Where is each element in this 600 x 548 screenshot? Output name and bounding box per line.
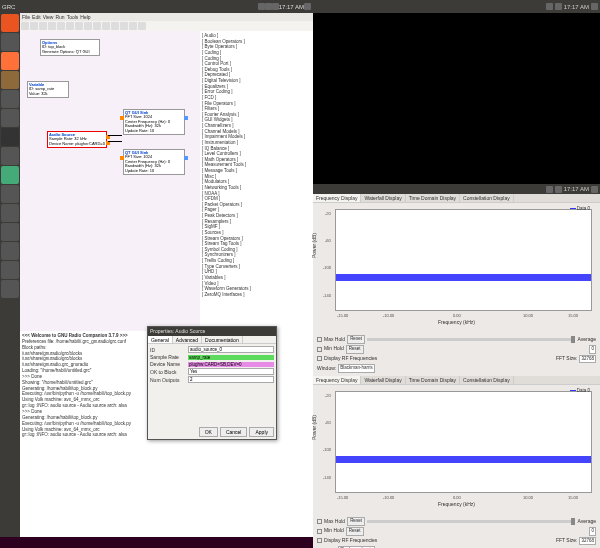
tab-const[interactable]: Constellation Display [460,376,514,384]
files-icon[interactable] [1,33,19,51]
input-port[interactable] [120,116,124,120]
sound-icon[interactable] [555,186,562,193]
menu-file[interactable]: File [22,14,30,20]
apply-button[interactable]: Apply [249,427,274,437]
minhold-checkbox[interactable] [317,529,322,534]
window-combo[interactable]: Blackman-harris [338,364,375,373]
maxhold-checkbox[interactable] [317,337,322,342]
trash-icon[interactable] [1,280,19,298]
msg-port[interactable] [184,116,188,120]
connection[interactable] [108,141,122,142]
app5-icon[interactable] [1,242,19,260]
find-icon[interactable] [138,22,146,30]
network-icon[interactable] [546,186,553,193]
network-icon[interactable] [258,3,265,10]
menu-edit[interactable]: Edit [32,14,41,20]
black-window[interactable] [313,13,600,184]
block-audio-source[interactable]: Audio Source Sample Rate: 32 kHz Device … [47,131,107,148]
input-port[interactable] [120,156,124,160]
reset-button[interactable]: Reset [347,517,365,526]
tab-waterfall[interactable]: Waterfall Display [361,376,405,384]
devicename-field[interactable]: plughw:CARD=SB,DEV=0 [188,362,274,367]
clock[interactable]: 17:17 AM [279,4,304,10]
fft-plot-1[interactable]: Power (dB) Data 0 Frequency (kHz) -15.00… [313,203,600,333]
tab-const[interactable]: Constellation Display [460,194,514,202]
tab-freq[interactable]: Frequency Display [313,376,361,384]
dialog-title[interactable]: Properties: Audio Source [148,327,276,336]
tab-freq[interactable]: Frequency Display [313,194,361,202]
category-item[interactable]: [ ZeroMQ Interfaces ] [202,292,311,298]
undo-icon[interactable] [84,22,92,30]
menu-run[interactable]: Run [55,14,64,20]
samplerate-field[interactable]: samp_rate [188,355,274,360]
software-icon[interactable] [1,90,19,108]
sound-icon[interactable] [555,3,562,10]
terminal-icon[interactable] [1,128,19,146]
menu-tools[interactable]: Tools [67,14,79,20]
avg-slider[interactable] [367,520,576,523]
tab-advanced[interactable]: Advanced [173,336,202,343]
gear-icon[interactable] [591,3,598,10]
tab-general[interactable]: General [148,336,173,343]
settings-icon[interactable] [1,109,19,127]
reset-button[interactable]: Reset [346,345,364,354]
kill-icon[interactable] [120,22,128,30]
avg-slider[interactable] [367,338,576,341]
save-icon[interactable] [39,22,47,30]
msg-port[interactable] [184,156,188,160]
oktoblock-field[interactable]: Yes [188,368,274,375]
battery-icon[interactable] [272,3,279,10]
firefox-icon[interactable] [1,52,19,70]
reset-button[interactable]: Reset [346,527,364,536]
new-icon[interactable] [21,22,29,30]
fft-size-combo[interactable]: 32768 [579,355,596,364]
numoutputs-field[interactable]: 2 [188,376,274,383]
block-qt-sink-2[interactable]: QT GUI Sink FFT Size: 1024 Center Freque… [123,149,185,175]
menu-help[interactable]: Help [80,14,90,20]
clock3[interactable]: 17:17 AM [564,186,589,192]
reload-icon[interactable] [129,22,137,30]
clock2[interactable]: 17:17 AM [564,4,589,10]
avg-combo[interactable]: 0 [589,527,596,536]
sound-icon[interactable] [265,3,272,10]
fft-size-combo[interactable]: 32768 [579,537,596,546]
avg-combo[interactable]: 0 [589,345,596,354]
fft-plot-2[interactable]: Power (dB) Data 0 Frequency (kHz) -15.00… [313,385,600,515]
execute-icon[interactable] [111,22,119,30]
network-icon[interactable] [546,3,553,10]
tab-waterfall[interactable]: Waterfall Display [361,194,405,202]
reset-button[interactable]: Reset [347,335,365,344]
open-icon[interactable] [30,22,38,30]
disprf-checkbox[interactable] [317,538,322,543]
tab-time[interactable]: Time Domain Display [406,194,460,202]
cut-icon[interactable] [57,22,65,30]
app4-icon[interactable] [1,223,19,241]
plot-area[interactable] [335,209,592,311]
ok-button[interactable]: OK [199,427,218,437]
cancel-button[interactable]: Cancel [220,427,248,437]
connection[interactable] [108,135,122,136]
gear-icon[interactable] [591,186,598,193]
app2-icon[interactable] [1,185,19,203]
folder-icon[interactable] [1,71,19,89]
grc-icon[interactable] [1,166,19,184]
menu-view[interactable]: View [43,14,54,20]
block-options[interactable]: Options ID: top_block Generate Options: … [40,39,100,56]
properties-dialog[interactable]: Properties: Audio Source General Advance… [147,326,277,440]
generate-icon[interactable] [102,22,110,30]
app-icon[interactable] [1,147,19,165]
disprf-checkbox[interactable] [317,356,322,361]
block-variable[interactable]: Variable ID: samp_rate Value: 32k [27,81,69,98]
tab-time[interactable]: Time Domain Display [406,376,460,384]
flowgraph-canvas[interactable]: Options ID: top_block Generate Options: … [20,31,200,331]
id-field[interactable]: audio_source_0 [188,346,274,353]
block-qt-sink-1[interactable]: QT GUI Sink FFT Size: 1024 Center Freque… [123,109,185,135]
maxhold-checkbox[interactable] [317,519,322,524]
block-tree[interactable]: [ Audio ][ Boolean Operators ][ Byte Ope… [200,31,313,331]
minhold-checkbox[interactable] [317,347,322,352]
app6-icon[interactable] [1,261,19,279]
app3-icon[interactable] [1,204,19,222]
close-icon[interactable] [48,22,56,30]
redo-icon[interactable] [93,22,101,30]
copy-icon[interactable] [66,22,74,30]
